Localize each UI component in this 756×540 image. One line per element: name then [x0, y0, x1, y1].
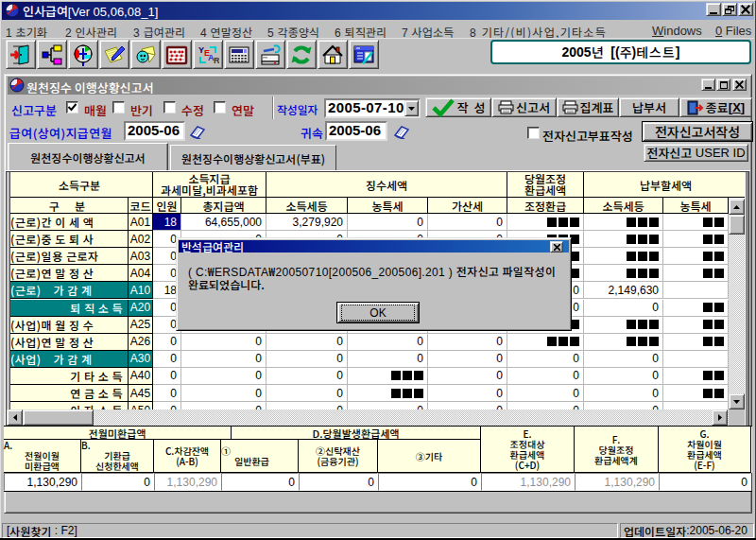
- svg-text:R: R: [214, 56, 219, 65]
